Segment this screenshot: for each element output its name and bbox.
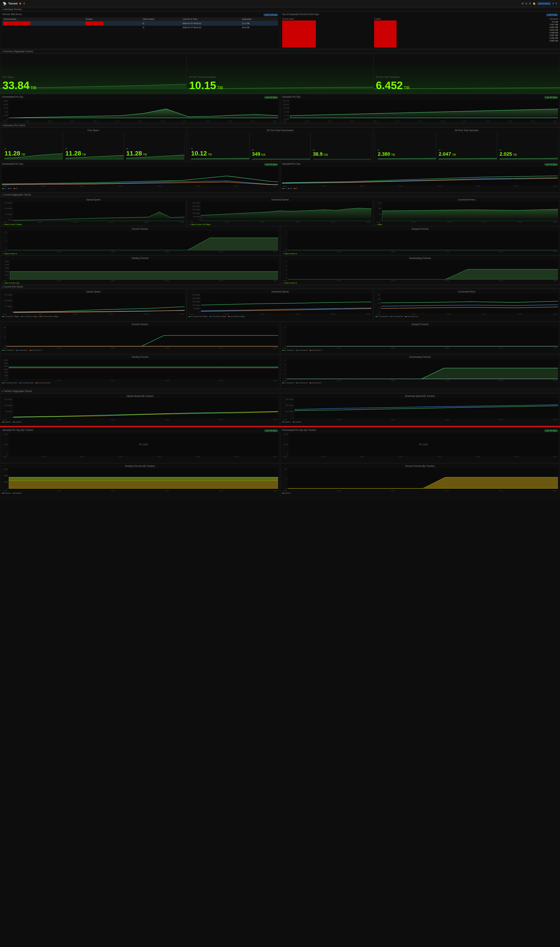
ul-perday-svg <box>290 100 558 120</box>
orange-badge <box>19 3 21 5</box>
svg-marker-23 <box>9 477 278 481</box>
per-client-error-stop-row: Errored Torrents 10 5 0 01:0002:0003:000… <box>0 321 560 354</box>
time-cell: 2020-07-27 06:16:21 <box>181 21 240 26</box>
pc-upload-chart <box>13 294 185 313</box>
per-client-dl-chart <box>2 167 278 185</box>
y-axis-dl: 15 GB 14 GB 9 GB 7 GB 5 GB 0 <box>2 100 9 120</box>
svg-marker-12 <box>438 153 497 159</box>
total-uploaded-value: 6.452 TiB <box>376 79 409 92</box>
pc-peers-chart <box>381 294 558 313</box>
agg-errored-panel: Errored Torrents 10 5 0 01:0002:0003:000… <box>0 226 280 255</box>
section-summary-aggregate[interactable]: Summary (Aggregate Clients) <box>0 49 560 54</box>
current-agg-error-stop-row: Errored Torrents 10 5 0 01:0002:0003:000… <box>0 226 560 255</box>
agg-seeding-panel: Seeding Torrents 5000 4000 3000 2000 100… <box>0 255 280 285</box>
t1-freespace: t1 11.28TiB <box>2 133 63 159</box>
t1-totaldownload: t1 10.12TiB <box>189 133 249 159</box>
chevron-down-icon[interactable]: ▾ <box>552 2 554 5</box>
table-row[interactable]: t1 2020-07-27 06:16:21 18.3 GB <box>2 26 278 29</box>
tracker-download-speed-panel: Download Speed (By Tracker) 300 Mbps 200… <box>280 393 560 426</box>
pc-download-speed-panel: Download Speed 250 Mbps 200 Mbps 150 Mbp… <box>186 289 373 321</box>
tracker-seeding-panel: Seeding Torrents (By Tracker) 6000 4000 … <box>0 463 280 498</box>
current-agg-top-row: Upload Speed 150 Mbps 100 Mbps 50 Mbps 0… <box>0 197 560 226</box>
section-individual-torrents[interactable]: Individual Torrents <box>0 7 560 11</box>
aggregate-perday-row: Downloaded Per Day Last 30 days 15 GB 14… <box>0 94 560 123</box>
col-tracker: Tracker <box>84 17 142 21</box>
dl-perday-svg <box>9 100 278 120</box>
svg-marker-5 <box>5 150 63 159</box>
torrent-name-cell <box>2 21 84 26</box>
agg-download-speed-panel: Download Speed 250 Mbps 200 Mbps 150 Mbp… <box>186 197 373 226</box>
agg-downloading-panel: Downloading Torrents 8 6 4 2 0 01:0002:0… <box>280 255 560 285</box>
per-client-ul-chart <box>282 167 558 185</box>
pc-stopped-chart <box>287 327 558 347</box>
downloaded-per-day-panel: Downloaded Per Day Last 30 days 15 GB 14… <box>0 94 280 123</box>
svg-marker-11 <box>378 154 436 159</box>
agg-download-legend: — Value Current 142 Mbps <box>189 224 371 225</box>
x-axis-dl-perday: 06/2907/0107/0307/0507/0707/1007/1207/15… <box>2 120 278 122</box>
agg-peers-chart <box>382 202 558 221</box>
top10-names-redacted <box>282 20 316 48</box>
t3-freespace: t3 11.28TiB <box>124 133 185 159</box>
x-axis-ul-perday: 06/2907/0107/0307/0507/0707/1007/1207/15… <box>282 120 558 122</box>
tracker-errored-chart <box>288 468 558 490</box>
col-last-error-time: Last Error Time <box>181 17 240 21</box>
top10-header: Top 10 Uploaded Torrents (Past Day) Last… <box>282 13 558 16</box>
t2-totaldownload: t2 349KiB <box>249 133 311 159</box>
time-range-selector[interactable]: Last 6 hours <box>537 2 551 5</box>
table-row[interactable]: t1 2020-07-27 06:16:21 21.2 GB <box>2 21 278 26</box>
agg-stopped-chart <box>288 231 558 250</box>
top-bar: 📡 Torrent ⇧ ⊞ ⊟ ⚙ 🔔 Last 6 hours ▾ ↻ <box>0 0 560 7</box>
uploaded-cell: 21.2 GB <box>240 21 278 26</box>
col-torrent-name: Torrent Name <box>2 17 84 21</box>
tracker-errored-panel: Errored Torrents (By Tracker) 10 5 0 01:… <box>280 463 560 498</box>
top10-trackers-redacted <box>374 20 397 48</box>
t3-totalupload: t3 2.025TiB <box>497 133 558 159</box>
top10-tracker-col: Tracker <box>374 17 466 48</box>
per-client-metrics-row: Free Space t1 11.28TiB t2 11.28TiB <box>0 128 560 161</box>
section-summary-per-client[interactable]: Summary (Per Client) <box>0 123 560 128</box>
agg-connected-peers-panel: Connected Peers 130 100 50 0 01:0002:000… <box>374 197 560 226</box>
tracker-seeding-chart <box>9 468 278 490</box>
current-agg-seed-dl-row: Seeding Torrents 5000 4000 3000 2000 100… <box>0 255 560 285</box>
individual-torrents-row: Torrents With Errors Last 1 minute Torre… <box>0 11 560 49</box>
tracker-ul-chart <box>13 398 278 418</box>
downloaded-perday-chart <box>9 100 278 120</box>
total-downloaded-value: 10.15 TiB <box>189 79 223 92</box>
pc-upload-speed-panel: Upload Speed 150 Mbps 100 Mbps 50 Mbps 0… <box>0 289 186 321</box>
section-current-per-client[interactable]: Current (Per Client) <box>0 285 560 289</box>
agg-upload-speed-panel: Upload Speed 150 Mbps 100 Mbps 50 Mbps 0… <box>0 197 186 226</box>
tracker-uploaded-perday-panel: Uploaded Per Day (By Tracker) Last 30 da… <box>0 427 280 463</box>
pc-errored-panel: Errored Torrents 10 5 0 01:0002:0003:000… <box>0 321 280 354</box>
free-space-clients: t1 11.28TiB t2 11.28TiB t3 <box>2 133 185 159</box>
col-uploaded: Uploaded ↑ <box>240 17 278 21</box>
tracker-seeding-errored-row: Seeding Torrents (By Tracker) 6000 4000 … <box>0 463 560 498</box>
t1-totalupload: t1 2.380TiB <box>375 133 436 159</box>
pc-seeding-panel: Seeding Torrents 3000 2500 2000 1500 100… <box>0 354 280 389</box>
top10-uploaded-panel: Top 10 Uploaded Torrents (Past Day) Last… <box>280 11 560 49</box>
downloaded-perday-chart-container: 15 GB 14 GB 9 GB 7 GB 5 GB 0 <box>2 100 278 120</box>
svg-marker-21 <box>287 368 558 379</box>
svg-marker-8 <box>191 154 249 159</box>
tracker-ul-perday-chart: No data <box>9 433 278 456</box>
settings-icon[interactable]: ⚙ <box>529 2 531 5</box>
svg-marker-16 <box>382 207 558 221</box>
per-client-dl-legend: t1 t2 t3 <box>2 187 278 190</box>
t3-totaldownload: t3 38.9GiB <box>311 133 371 159</box>
section-trackers-aggregate[interactable]: Trackers (Aggregate Clients) <box>0 389 560 393</box>
torrents-with-errors-panel: Torrents With Errors Last 1 minute Torre… <box>0 11 280 49</box>
pc-downloading-panel: Downloading Torrents 8 6 4 2 0 01:0002:0… <box>280 354 560 389</box>
tv-icon[interactable]: ⊞ <box>522 2 523 5</box>
bell-icon[interactable]: 🔔 <box>533 2 535 5</box>
per-client-ul-perday-panel: Uploaded Per Day Last 30 days 06/2907/01… <box>280 161 560 193</box>
svg-marker-7 <box>126 150 185 159</box>
svg-marker-13 <box>500 153 558 159</box>
section-current-aggregate[interactable]: Current (Aggregate Clients) <box>0 193 560 197</box>
share-icon[interactable]: ⇧ <box>23 2 25 5</box>
agg-upload-chart <box>13 202 185 221</box>
agg-seeding-chart <box>10 260 278 279</box>
tracker-speed-row: Upload Speed (By Tracker) 150 Mbps 100 M… <box>0 393 560 426</box>
grid-icon[interactable]: ⊟ <box>525 2 527 5</box>
per-client-dl-perday-panel: Downloaded Per Day Last 30 days 06/2907/… <box>0 161 280 193</box>
svg-marker-19 <box>10 271 278 279</box>
refresh-icon[interactable]: ↻ <box>555 2 557 5</box>
